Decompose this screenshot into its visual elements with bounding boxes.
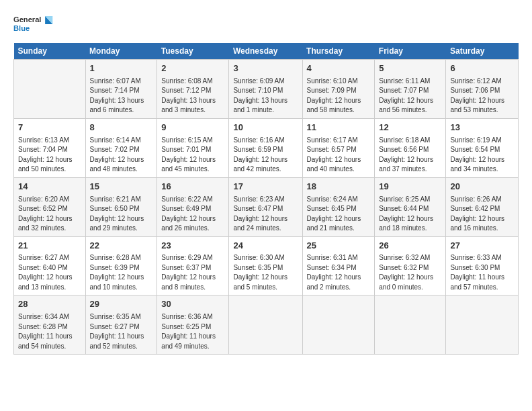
sunrise-text: Sunrise: 6:36 AM xyxy=(161,313,212,320)
sunrise-text: Sunrise: 6:08 AM xyxy=(161,77,212,85)
daylight-text: Daylight: 12 hours and 37 minutes. xyxy=(379,156,433,173)
sunset-text: Sunset: 6:40 PM xyxy=(18,264,68,271)
calendar-cell: 13Sunrise: 6:19 AMSunset: 6:54 PMDayligh… xyxy=(446,118,519,177)
calendar-cell: 6Sunrise: 6:12 AMSunset: 7:06 PMDaylight… xyxy=(446,60,519,119)
day-number: 27 xyxy=(450,240,514,253)
calendar-table: SundayMondayTuesdayWednesdayThursdayFrid… xyxy=(13,43,519,355)
calendar-cell: 24Sunrise: 6:30 AMSunset: 6:35 PMDayligh… xyxy=(229,236,302,295)
sunrise-text: Sunrise: 6:14 AM xyxy=(90,136,141,144)
day-number: 1 xyxy=(90,62,153,75)
sunrise-text: Sunrise: 6:30 AM xyxy=(233,254,284,261)
day-number: 22 xyxy=(90,240,153,253)
day-number: 8 xyxy=(90,122,153,134)
sunset-text: Sunset: 6:42 PM xyxy=(450,205,500,212)
sunrise-text: Sunrise: 6:12 AM xyxy=(450,77,501,85)
calendar-cell: 25Sunrise: 6:31 AMSunset: 6:34 PMDayligh… xyxy=(302,236,375,295)
sunrise-text: Sunrise: 6:10 AM xyxy=(307,77,358,85)
day-number: 15 xyxy=(90,181,153,193)
daylight-text: Daylight: 12 hours and 45 minutes. xyxy=(161,156,216,173)
sunrise-text: Sunrise: 6:15 AM xyxy=(161,136,212,144)
sunrise-text: Sunrise: 6:33 AM xyxy=(450,254,501,261)
sunrise-text: Sunrise: 6:13 AM xyxy=(18,136,69,144)
sunset-text: Sunset: 6:59 PM xyxy=(233,146,283,153)
header-sunday: Sunday xyxy=(14,43,86,60)
daylight-text: Daylight: 11 hours and 57 minutes. xyxy=(450,273,504,291)
sunrise-text: Sunrise: 6:07 AM xyxy=(90,77,141,85)
day-number: 28 xyxy=(18,298,81,311)
daylight-text: Daylight: 12 hours and 16 minutes. xyxy=(450,215,504,232)
sunrise-text: Sunrise: 6:35 AM xyxy=(90,313,141,320)
header-tuesday: Tuesday xyxy=(157,43,229,60)
daylight-text: Daylight: 13 hours and 6 minutes. xyxy=(90,97,144,114)
sunset-text: Sunset: 7:02 PM xyxy=(90,146,140,153)
sunrise-text: Sunrise: 6:11 AM xyxy=(379,77,430,85)
day-number: 12 xyxy=(379,122,441,134)
day-number: 17 xyxy=(233,181,298,193)
day-number: 10 xyxy=(233,122,298,134)
calendar-cell: 5Sunrise: 6:11 AMSunset: 7:07 PMDaylight… xyxy=(375,60,446,119)
calendar-cell: 4Sunrise: 6:10 AMSunset: 7:09 PMDaylight… xyxy=(302,60,375,119)
calendar-cell: 3Sunrise: 6:09 AMSunset: 7:10 PMDaylight… xyxy=(229,60,302,119)
sunset-text: Sunset: 7:10 PM xyxy=(233,87,283,94)
header-saturday: Saturday xyxy=(446,43,519,60)
sunset-text: Sunset: 7:04 PM xyxy=(18,146,68,153)
day-number: 19 xyxy=(379,181,441,193)
sunrise-text: Sunrise: 6:20 AM xyxy=(18,195,69,203)
sunrise-text: Sunrise: 6:24 AM xyxy=(307,195,358,203)
sunset-text: Sunset: 6:34 PM xyxy=(307,264,357,271)
sunrise-text: Sunrise: 6:21 AM xyxy=(90,195,141,203)
calendar-cell: 30Sunrise: 6:36 AMSunset: 6:25 PMDayligh… xyxy=(157,295,229,355)
calendar-cell: 8Sunrise: 6:14 AMSunset: 7:02 PMDaylight… xyxy=(85,118,157,177)
calendar-cell: 18Sunrise: 6:24 AMSunset: 6:45 PMDayligh… xyxy=(302,177,375,236)
daylight-text: Daylight: 12 hours and 48 minutes. xyxy=(90,156,144,173)
daylight-text: Daylight: 12 hours and 24 minutes. xyxy=(233,215,287,232)
daylight-text: Daylight: 12 hours and 21 minutes. xyxy=(307,215,361,232)
sunset-text: Sunset: 6:28 PM xyxy=(18,323,68,330)
day-number: 25 xyxy=(307,240,371,253)
sunset-text: Sunset: 6:39 PM xyxy=(90,264,140,271)
header-row: SundayMondayTuesdayWednesdayThursdayFrid… xyxy=(14,43,519,60)
daylight-text: Daylight: 12 hours and 32 minutes. xyxy=(18,215,73,232)
sunset-text: Sunset: 7:09 PM xyxy=(307,87,357,94)
day-number: 30 xyxy=(161,298,224,311)
day-number: 24 xyxy=(233,240,298,253)
sunset-text: Sunset: 6:25 PM xyxy=(161,323,211,330)
daylight-text: Daylight: 12 hours and 2 minutes. xyxy=(307,273,361,291)
day-number: 6 xyxy=(450,62,514,75)
logo: General Blue xyxy=(13,12,54,36)
sunset-text: Sunset: 6:54 PM xyxy=(450,146,500,153)
sunset-text: Sunset: 6:49 PM xyxy=(161,205,211,212)
sunset-text: Sunset: 6:52 PM xyxy=(18,205,68,212)
day-number: 26 xyxy=(379,240,441,253)
day-number: 16 xyxy=(161,181,224,193)
sunrise-text: Sunrise: 6:26 AM xyxy=(450,195,501,203)
page-header: General Blue xyxy=(13,12,519,36)
daylight-text: Daylight: 12 hours and 58 minutes. xyxy=(307,97,361,114)
sunset-text: Sunset: 6:57 PM xyxy=(307,146,357,153)
calendar-cell: 14Sunrise: 6:20 AMSunset: 6:52 PMDayligh… xyxy=(14,177,86,236)
day-number: 13 xyxy=(450,122,514,134)
calendar-cell: 23Sunrise: 6:29 AMSunset: 6:37 PMDayligh… xyxy=(157,236,229,295)
calendar-cell: 29Sunrise: 6:35 AMSunset: 6:27 PMDayligh… xyxy=(85,295,157,355)
sunrise-text: Sunrise: 6:09 AM xyxy=(233,77,284,85)
header-thursday: Thursday xyxy=(302,43,375,60)
sunrise-text: Sunrise: 6:16 AM xyxy=(233,136,284,144)
sunrise-text: Sunrise: 6:18 AM xyxy=(379,136,430,144)
daylight-text: Daylight: 12 hours and 26 minutes. xyxy=(161,215,216,232)
daylight-text: Daylight: 12 hours and 53 minutes. xyxy=(450,97,504,114)
calendar-cell: 28Sunrise: 6:34 AMSunset: 6:28 PMDayligh… xyxy=(14,295,86,355)
week-row-3: 14Sunrise: 6:20 AMSunset: 6:52 PMDayligh… xyxy=(14,177,519,236)
calendar-cell: 15Sunrise: 6:21 AMSunset: 6:50 PMDayligh… xyxy=(85,177,157,236)
day-number: 23 xyxy=(161,240,224,253)
calendar-cell xyxy=(229,295,302,355)
calendar-cell xyxy=(375,295,446,355)
day-number: 11 xyxy=(307,122,371,134)
daylight-text: Daylight: 12 hours and 29 minutes. xyxy=(90,215,144,232)
header-monday: Monday xyxy=(85,43,157,60)
daylight-text: Daylight: 12 hours and 10 minutes. xyxy=(90,273,144,291)
day-number: 20 xyxy=(450,181,514,193)
daylight-text: Daylight: 13 hours and 3 minutes. xyxy=(161,97,216,114)
day-number: 5 xyxy=(379,62,441,75)
daylight-text: Daylight: 12 hours and 13 minutes. xyxy=(18,273,73,291)
day-number: 4 xyxy=(307,62,371,75)
